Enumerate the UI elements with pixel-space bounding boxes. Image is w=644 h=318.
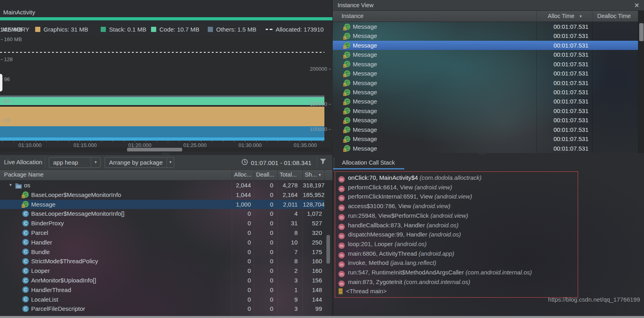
heap-select[interactable]: app heap ▼ xyxy=(49,157,101,168)
frame-package-label: (android.view) xyxy=(433,193,472,200)
chevron-down-icon: ▼ xyxy=(91,157,100,167)
table-row[interactable]: CParcel008320 xyxy=(0,228,324,238)
cell-value: 0 xyxy=(233,295,251,304)
instance-row[interactable]: CMessage00:01:07.531 xyxy=(333,22,638,31)
stack-frame[interactable]: mhandleCallback:873, Handler (android.os… xyxy=(335,221,577,230)
stack-frame[interactable]: mrun:547, RuntimeInit$MethodAndArgsCalle… xyxy=(335,268,577,277)
column-package-name[interactable]: Package Name xyxy=(4,171,44,178)
allocation-table-header: Package Name Alloc... Deall... Total... … xyxy=(0,170,332,181)
bottom-scrollbar[interactable] xyxy=(0,316,644,318)
instance-name-label: Message xyxy=(353,22,377,31)
table-row[interactable]: CBinderProxy0031527 xyxy=(0,219,324,228)
instance-row[interactable]: CMessage00:01:07.531 xyxy=(333,41,638,50)
timeline-scrollbar-thumb[interactable] xyxy=(127,148,182,151)
instance-row[interactable]: CMessage00:01:07.531 xyxy=(333,60,638,69)
method-icon: m xyxy=(338,233,345,239)
instance-icon: C xyxy=(344,98,350,105)
stack-frame[interactable]: mmain:873, ZygoteInit (com.android.inter… xyxy=(335,277,577,287)
instance-row[interactable]: CMessage00:01:07.531 xyxy=(333,97,638,106)
column-instance[interactable]: Instance xyxy=(342,13,364,19)
cell-value: 0 xyxy=(254,238,273,247)
memory-timeline-chart[interactable]: 160 MB128966432 20000015000010000050000 xyxy=(0,36,332,141)
stack-frame[interactable]: mmain:6806, ActivityThread (android.app) xyxy=(335,249,577,258)
class-icon: C xyxy=(22,211,29,217)
live-allocation-label: Live Allocation xyxy=(4,159,42,165)
alloc-time-value: 00:01:07.531 xyxy=(539,31,588,40)
frame-method-label: handleCallback:873, Handler xyxy=(348,222,425,229)
instance-row[interactable]: CMessage00:01:07.531 xyxy=(333,134,638,143)
table-row[interactable]: CMessage1,00002,011128,704 xyxy=(0,200,324,209)
field-lines-icon xyxy=(343,83,346,86)
instance-name-label: Message xyxy=(353,115,377,125)
instance-row[interactable]: CMessage00:01:07.531 xyxy=(333,106,638,115)
package-folder-icon xyxy=(15,182,22,189)
class-icon: C xyxy=(22,277,29,284)
y-axis-tick-label: 32 xyxy=(1,117,10,123)
legend-item: Allocated: 173910 xyxy=(266,26,324,33)
instance-scrollbar[interactable] xyxy=(638,11,644,153)
legend-item: Graphics: 31 MB xyxy=(35,26,88,33)
column-dealloc-time[interactable]: Dealloc Time xyxy=(597,13,631,19)
frame-method-label: onClick:70, MainActivity$4 xyxy=(348,174,418,181)
table-row[interactable]: ▼os2,04404,278318,197 xyxy=(0,181,324,190)
table-row[interactable]: CBaseLooper$MessageMonitorInfo[]0041,072 xyxy=(0,209,324,219)
stack-frame[interactable]: mdispatchMessage:99, Handler (android.os… xyxy=(335,230,577,239)
filter-icon[interactable] xyxy=(320,158,328,166)
class-name-label: BinderProxy xyxy=(31,219,64,228)
table-row[interactable]: CAnrMonitor$UploadInfo[]003156 xyxy=(0,276,324,285)
stack-frame[interactable]: <Thread main> xyxy=(335,286,577,296)
cell-value: 0 xyxy=(233,209,251,219)
instance-row[interactable]: CMessage00:01:07.531 xyxy=(333,31,638,40)
table-row[interactable]: CStrictMode$ThreadPolicy008160 xyxy=(0,256,324,266)
column-dealloc[interactable]: Deall... xyxy=(256,171,274,178)
expander-icon[interactable]: ▼ xyxy=(9,181,12,190)
instance-name-label: Message xyxy=(353,78,377,87)
instance-row[interactable]: CMessage00:01:07.531 xyxy=(333,50,638,59)
frame-package-label: (android.app) xyxy=(417,250,454,257)
stack-frame[interactable]: mloop:201, Looper (android.os) xyxy=(335,239,577,249)
cell-value: 10 xyxy=(278,238,298,247)
activity-tab-label[interactable]: MainActivity xyxy=(3,9,35,16)
cell-value: 0 xyxy=(254,295,273,304)
stack-frame[interactable]: mperformClick:6614, View (android.view) xyxy=(335,183,577,192)
memory-legend: MEMORY 14.5 MB Graphics: 31 MBStack: 0.1… xyxy=(0,25,332,36)
instance-icon: C xyxy=(344,61,350,67)
column-alloc-time[interactable]: Alloc Time xyxy=(548,13,574,19)
table-row[interactable]: CParcelFileDescriptor00399 xyxy=(0,304,324,314)
cell-value: 250 xyxy=(303,238,322,247)
cell-value: 148 xyxy=(303,285,322,295)
arrange-select[interactable]: Arrange by package ▼ xyxy=(105,157,174,168)
instance-scrollbar-thumb[interactable] xyxy=(639,23,644,41)
instance-icon: C xyxy=(22,191,29,198)
stack-frame[interactable]: mperformClickInternal:6591, View (androi… xyxy=(335,192,577,201)
class-name-label: HandlerThread xyxy=(31,285,71,295)
table-scrollbar-thumb[interactable] xyxy=(326,235,330,264)
table-row[interactable]: CBaseLooper$MessageMonitorInfo1,04402,16… xyxy=(0,190,324,200)
toolbar-separator xyxy=(317,157,317,167)
sort-arrow-icon[interactable]: ▼ xyxy=(318,173,322,177)
color-swatch-icon xyxy=(101,27,106,32)
frame-method-label: run:547, RuntimeInit$MethodAndArgsCaller xyxy=(348,269,464,276)
instance-row[interactable]: CMessage00:01:07.531 xyxy=(333,115,638,125)
table-row[interactable]: CBundle007175 xyxy=(0,247,324,257)
column-total[interactable]: Total... xyxy=(280,171,297,178)
table-row[interactable]: CLocaleList009144 xyxy=(0,295,324,304)
column-shallow[interactable]: Sh... xyxy=(305,171,317,178)
stack-frame[interactable]: minvoke, Method (java.lang.reflect) xyxy=(335,258,577,268)
stack-frame[interactable]: mrun:25948, View$PerformClick (android.v… xyxy=(335,211,577,221)
sort-arrow-icon[interactable]: ▼ xyxy=(579,14,582,18)
table-row[interactable]: CLooper002160 xyxy=(0,266,324,276)
instance-row[interactable]: CMessage00:01:07.531 xyxy=(333,69,638,78)
close-icon[interactable]: ✕ xyxy=(632,1,641,10)
instance-row[interactable]: CMessage00:01:07.531 xyxy=(333,78,638,87)
selection-time-range: 01:07.001 - 01:08.341 xyxy=(251,159,312,167)
column-alloc[interactable]: Alloc... xyxy=(234,171,252,178)
instance-row[interactable]: CMessage00:01:07.531 xyxy=(333,87,638,97)
stack-frame[interactable]: maccess$3100:786, View (android.view) xyxy=(335,201,577,211)
table-row[interactable]: CHandlerThread001148 xyxy=(0,285,324,295)
instance-row[interactable]: CMessage00:01:07.531 xyxy=(333,125,638,134)
stack-frame[interactable]: monClick:70, MainActivity$4 (com.dodola.… xyxy=(335,173,577,183)
splitter-grip-dots[interactable]: ····· xyxy=(475,153,491,155)
class-name-label: Parcel xyxy=(31,228,48,238)
table-row[interactable]: CHandler0010250 xyxy=(0,238,324,247)
